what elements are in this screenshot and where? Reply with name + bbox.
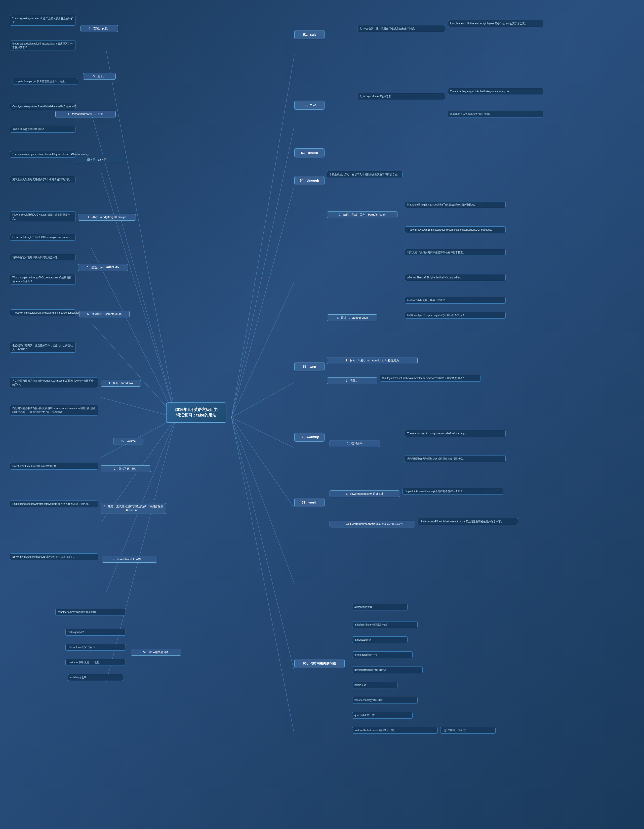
through-left1: I'dbetterreaditTHROUGHagain.我最好还是再通读一次。 xyxy=(10,211,76,222)
center-node: 2016年6月英语六级听力词汇复习：take的用法 xyxy=(166,402,226,423)
time-3: atthelatest最近 xyxy=(352,636,407,643)
no-left2: nothingbut除了 xyxy=(65,629,126,635)
take-example1b: 你能以湖为背景给我拍照吗？ xyxy=(10,126,76,132)
time-6: intime及时 xyxy=(352,682,398,689)
worth-right2: IfindlessonswEll-worththetimeandtrouble.… xyxy=(418,518,518,525)
svg-line-17 xyxy=(232,418,294,583)
take-right1: 2、takegoodcareof好好照看 xyxy=(357,93,445,100)
time-5: haveahardtime度过困难时刻 xyxy=(352,667,423,673)
suit-right2: Iboughtanewsuitinthecentralcitythisyear.… xyxy=(448,20,543,27)
through-right3: 我们只有15分钟的时间来接受海关检查和行李检查。 xyxy=(405,249,506,256)
worth-label2: 2、beworthwhileto值得…… xyxy=(102,556,157,563)
svg-line-15 xyxy=(232,418,294,448)
tendto-example2: 据纸上说人如果每天睡眠少于6个小时将感到不舒服。 xyxy=(10,176,76,183)
time-1: alinightlong整晚 xyxy=(352,604,407,610)
worth-right1: Doyouthinkit'sworthseeing?你觉得那个值得一看吗？ xyxy=(402,488,503,495)
through-right-label4: 4、睡过了。sleepthrough xyxy=(327,314,377,321)
turn-label: 1、转向、转移。turnattentionto 转移注意力 xyxy=(327,357,418,364)
tendto-sub: 倾向于，趋向于。 xyxy=(73,156,123,163)
suit-example3: Ihopeiwillsuityou,sir.我希望它能适合你，先生。 xyxy=(13,78,78,85)
svg-line-16 xyxy=(232,418,294,508)
suit-example1: Youlookgreatinyournewsuit.你穿上新衣服后看上去神极了。 xyxy=(10,15,76,26)
svg-line-10 xyxy=(232,55,294,418)
no-left4: dowithout不用/没有……也行 xyxy=(65,659,126,666)
volume-left1: 有人会因为频繁的公务旅行(frequentbusinesstrips)而turn… xyxy=(10,377,98,388)
svg-line-12 xyxy=(232,186,294,418)
no-label: 59、与no相关的习语 xyxy=(131,649,181,656)
tendto-number: 53、tendto xyxy=(294,148,325,158)
worth-right-label1: 1、beworthdoingsth值得做某事 xyxy=(330,490,400,497)
through-right2: ThatonlyleavesUS15minutestogothroughhecu… xyxy=(405,226,506,233)
volume-label2: 2、指书的卷、册。 xyxy=(101,465,151,472)
worth-right-label3: 3、well-worththetimeandtrouble值得这时间与精力 xyxy=(330,521,415,528)
warmup-label1: 1、热身。正式开始进行剧烈运动前，我们首先需要warmup。 xyxy=(101,503,166,514)
warmup-number: 57、warmup xyxy=(294,433,325,442)
svg-line-11 xyxy=(232,126,294,418)
no-left5: notall一点也不 xyxy=(68,674,123,681)
through-label3: 3、接通。getsbtHROUGH xyxy=(78,264,128,271)
connector-lines xyxy=(5,5,639,824)
time-number: 60、与时间相关的习语 xyxy=(294,659,345,668)
turn-ex1: WouldyoUpleaseturnthevolumeofthemusicdow… xyxy=(380,375,480,381)
suit-right1: 2、一套公寓。这个意思必须根据后文来进行判断。 xyxy=(357,25,445,32)
volume-label: 56、volume xyxy=(113,438,144,444)
svg-line-19 xyxy=(232,418,294,734)
through-number: 54、through xyxy=(294,176,325,185)
take-number: 52、take xyxy=(294,101,325,110)
suit-number: 51、suit xyxy=(294,30,325,39)
time-9: waituntilthelastminute直到最后一刻 xyxy=(352,727,438,734)
worth-number: 58、worth xyxy=(294,498,325,507)
svg-line-4 xyxy=(90,322,176,418)
svg-line-0 xyxy=(106,48,176,418)
take-right3: 停车库的人认为我非常爱惜自己的车。 xyxy=(448,111,543,117)
time-2: atthelastminute拖到最后一刻 xyxy=(352,621,418,628)
turndown-label: 1、拒绝。turndown xyxy=(101,380,141,386)
through-left2: Ididnt'readstraightTHROUGHthewayyoureada… xyxy=(10,234,76,241)
through-left3: 我不像你读小说那样从头到尾地浏览一遍。 xyxy=(10,254,76,261)
time-7: latesttechnology最新科技 xyxy=(352,697,418,703)
through-right5: 经过两个不眠之夜，我终于完成了。 xyxy=(405,297,506,304)
through-label5: 5、播放出来。comethrough xyxy=(79,310,129,317)
warmup-right2: 天气预报说在天气暖和起来以前还会先变得更糟糕。 xyxy=(405,455,506,462)
svg-line-14 xyxy=(232,382,294,418)
through-right-label2: 2、结束、完成（工作）be(go)through xyxy=(327,211,398,218)
suit-label1: 1、套装、衣服。 xyxy=(80,25,118,32)
svg-line-3 xyxy=(90,246,176,418)
through-right-desc: 本意是穿越、穿过。在以下几个搭配中分别又有了不同的含义。 xyxy=(327,171,402,178)
warmup-label2: 2、暖和起来 xyxy=(330,440,380,447)
worth-left1: I'mjustgoingtodoafewstretchestowarmup 我去… xyxy=(10,501,98,507)
watermark1: 仅供参考 xyxy=(130,293,192,341)
time-4: forthefirsttime第一次 xyxy=(352,651,412,658)
through-right4: AftertwoSleepleSSNights,I'mfinallythroug… xyxy=(405,274,506,281)
through-right1: IhadahardtimegettingthroughthisTest.完成测验… xyxy=(405,201,506,208)
turn-left2: 电源指示灯是亮的，并且正来工作，但是为什么声音就是出不来呢？ xyxy=(10,342,76,353)
through-label1: 1、浏览。read(straight)through xyxy=(78,214,136,221)
tendto-example: Thepapersaypeopletendtofeelunwellifteysl… xyxy=(10,151,76,158)
svg-line-5 xyxy=(101,397,176,418)
warmup-left1: Ican'tfindVolumeTen.我找不到第10册书。 xyxy=(10,463,98,470)
volume-left2: 而当因为某些事情而拒绝别人的邀请(turndownone'sinvitation… xyxy=(10,405,98,416)
suit-example2: Iboughtagoodsuitinaclothingstore.我在衣服店里买… xyxy=(10,40,76,51)
no-left3: believeitornot信不信由你 xyxy=(65,644,126,651)
svg-line-13 xyxy=(232,282,294,418)
take-right2: ThemanAtthegaragethinksthatlltakegoodcar… xyxy=(448,88,543,95)
time-footer: （责任编辑：田学江） xyxy=(440,727,496,734)
through-right6: HoWcouldyoUSleepthroughit你怎么能睡过头了呢？ xyxy=(405,312,506,319)
worth-left2: It'sworthwhiletomaketheeffort.进行这样的努力是值得… xyxy=(10,553,98,560)
svg-line-18 xyxy=(232,418,294,671)
watermark2: 教学资料 xyxy=(231,144,283,184)
through-left4: WouldyougetmethroughToDr.Lemonplease?能帮我… xyxy=(10,274,76,285)
turn-label2: 1、音量。 xyxy=(327,377,377,384)
turn-number: 55、turn xyxy=(294,362,325,371)
suit-label3: 3、适合。 xyxy=(83,73,116,80)
mind-map: 2016年6月英语六级听力词汇复习：take的用法 Youlookgreatin… xyxy=(5,5,639,824)
no-left1: nobothertome对我而言没什么影响 xyxy=(55,609,126,615)
take-example1: Couldyoutakeapictureofmewiththelakeinthe… xyxy=(10,103,76,110)
time-8: quiteawhile有一阵子 xyxy=(352,712,412,719)
take-label1: 1、takeapictureof给……照相 xyxy=(55,111,116,117)
turn-left1: ThepowerindicatorwasOn,anditwasrunning,b… xyxy=(10,309,76,316)
warmup-right1: Theforecastsaysit'sgoingtogetworsebefore… xyxy=(405,430,506,437)
